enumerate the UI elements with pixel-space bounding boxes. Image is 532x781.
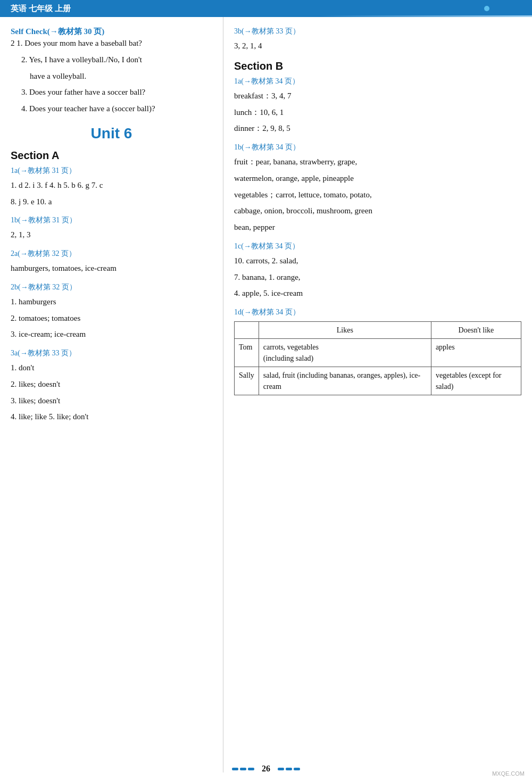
self-check-q4: 4. Does your teacher have a (soccer ball… — [11, 102, 212, 115]
right-3b-ans: 3, 2, 1, 4 — [234, 39, 521, 53]
section-a-1b: 1b(→教材第 31 页） 2, 1, 3 — [11, 215, 212, 242]
right-1c: 1c(→教材第 34 页） 10. carrots, 2. salad, 7. … — [234, 242, 521, 300]
right-1c-label: 1c(→教材第 34 页） — [234, 242, 521, 251]
section-b-heading: Section B — [234, 60, 521, 72]
right-1b-veg1: vegetables；carrot, lettuce, tomato, pota… — [234, 188, 521, 202]
right-1a-lunch: lunch：10, 6, 1 — [234, 106, 521, 119]
section-a-heading: Section A — [11, 149, 212, 162]
table-sally-doesnt-like: vegetables (except for salad) — [431, 367, 521, 395]
section-a-1a: 1a(→教材第 31 页） 1. d 2. i 3. f 4. h 5. b 6… — [11, 166, 212, 209]
right-1d-label: 1d(→教材第 34 页） — [234, 308, 521, 317]
table-header-doesnt-like: Doesn't like — [431, 322, 521, 339]
self-check-q2a: 2. Yes, I have a volleyball./No, I don't — [11, 53, 212, 67]
section-a-2b: 2b(→教材第 32 页） 1. hamburgers 2. tomatoes;… — [11, 283, 212, 341]
right-1b-fruit1: fruit：pear, banana, strawberry, grape, — [234, 155, 521, 169]
table-person-sally: Sally — [235, 367, 259, 395]
self-check-item-2: 2 1. Does your mom have a baseball bat? … — [11, 37, 212, 115]
section-a-1b-label: 1b(→教材第 31 页） — [11, 215, 212, 225]
footer-dots-left — [232, 768, 254, 770]
section-a-2a-label: 2a(→教材第 32 页） — [11, 249, 212, 259]
unit-title: Unit 6 — [11, 125, 212, 142]
right-1c-ans2: 7. banana, 1. orange, — [234, 271, 521, 284]
section-a-3a-label: 3a(→教材第 33 页） — [11, 348, 212, 358]
right-1b: 1b(→教材第 34 页） fruit：pear, banana, strawb… — [234, 143, 521, 234]
table-row-sally: Sally salad, fruit (including bananas, o… — [235, 367, 521, 395]
self-check-title: Self Check(→教材第 30 页) — [11, 27, 104, 36]
footer-dots-right — [278, 768, 300, 770]
likes-table: Likes Doesn't like Tom carrots, vegetabl… — [234, 321, 521, 395]
section-a-3a-ans4: 4. like; like 5. like; don't — [11, 410, 212, 423]
section-a-3a-ans1: 1. don't — [11, 361, 212, 375]
right-1c-ans3: 4. apple, 5. ice-cream — [234, 287, 521, 300]
right-3b-label: 3b(→教材第 33 页） — [234, 27, 521, 36]
section-a-2b-ans2: 2. tomatoes; tomatoes — [11, 312, 212, 325]
footer-dot-5 — [286, 768, 292, 770]
table-person-tom: Tom — [235, 339, 259, 367]
section-a-3a: 3a(→教材第 33 页） 1. don't 2. likes; doesn't… — [11, 348, 212, 423]
section-a-1a-ans1: 1. d 2. i 3. f 4. h 5. b 6. g 7. c — [11, 179, 212, 192]
main-content: Self Check(→教材第 30 页) 2 1. Does your mom… — [0, 17, 532, 772]
section-a-1a-ans2: 8. j 9. e 10. a — [11, 195, 212, 209]
table-tom-likes: carrots, vegetables(including salad) — [259, 339, 431, 367]
right-3b: 3b(→教材第 33 页） 3, 2, 1, 4 — [234, 27, 521, 53]
section-a-2b-ans1: 1. hamburgers — [11, 295, 212, 309]
page-header: 英语 七年级 上册 — [0, 0, 532, 17]
self-check-q3: 3. Does your father have a soccer ball? — [11, 86, 212, 99]
right-1b-label: 1b(→教材第 34 页） — [234, 143, 521, 152]
page-number: 26 — [259, 764, 273, 774]
table-header-likes: Likes — [259, 322, 431, 339]
table-sally-likes: salad, fruit (including bananas, oranges… — [259, 367, 431, 395]
section-a-1a-label: 1a(→教材第 31 页） — [11, 166, 212, 176]
header-title: 英语 七年级 上册 — [6, 3, 75, 15]
section-a-1b-ans: 2, 1, 3 — [11, 228, 212, 242]
self-check-q2b: have a volleyball. — [11, 70, 212, 83]
right-column: 3b(→教材第 33 页） 3, 2, 1, 4 Section B 1a(→教… — [223, 17, 532, 772]
section-a-2b-label: 2b(→教材第 32 页） — [11, 283, 212, 292]
right-1a-breakfast: breakfast：3, 4, 7 — [234, 89, 521, 103]
table-tom-doesnt-like: apples — [431, 339, 521, 367]
section-a-3a-ans2: 2. likes; doesn't — [11, 378, 212, 391]
right-1a-label: 1a(→教材第 34 页） — [234, 77, 521, 86]
footer-dot-2 — [240, 768, 246, 770]
right-1a-dinner: dinner：2, 9, 8, 5 — [234, 122, 521, 135]
footer-dot-3 — [248, 768, 254, 770]
page-footer: 26 — [0, 764, 532, 774]
section-a-2b-ans3: 3. ice-cream; ice-cream — [11, 328, 212, 341]
header-dot — [484, 6, 489, 11]
footer-dot-4 — [278, 768, 284, 770]
right-1b-fruit2: watermelon, orange, apple, pineapple — [234, 172, 521, 185]
footer-dot-6 — [294, 768, 300, 770]
footer-dot-1 — [232, 768, 238, 770]
section-a-2a-ans: hamburgers, tomatoes, ice-cream — [11, 262, 212, 275]
section-a-2a: 2a(→教材第 32 页） hamburgers, tomatoes, ice-… — [11, 249, 212, 275]
right-1c-ans1: 10. carrots, 2. salad, — [234, 254, 521, 268]
section-a-3a-ans3: 3. likes; doesn't — [11, 394, 212, 408]
table-header-person — [235, 322, 259, 339]
right-1b-veg3: bean, pepper — [234, 221, 521, 234]
left-column: Self Check(→教材第 30 页) 2 1. Does your mom… — [0, 17, 223, 772]
right-1a: 1a(→教材第 34 页） breakfast：3, 4, 7 lunch：10… — [234, 77, 521, 135]
self-check-section: Self Check(→教材第 30 页) 2 1. Does your mom… — [11, 27, 212, 115]
right-1b-veg2: cabbage, onion, broccoli, mushroom, gree… — [234, 204, 521, 218]
table-row-tom: Tom carrots, vegetables(including salad)… — [235, 339, 521, 367]
watermark: MXQE.COM — [492, 770, 525, 777]
header-line — [0, 15, 532, 17]
self-check-q1: 2 1. Does your mom have a baseball bat? — [11, 37, 212, 50]
right-1d: 1d(→教材第 34 页） Likes Doesn't like Tom car… — [234, 308, 521, 395]
